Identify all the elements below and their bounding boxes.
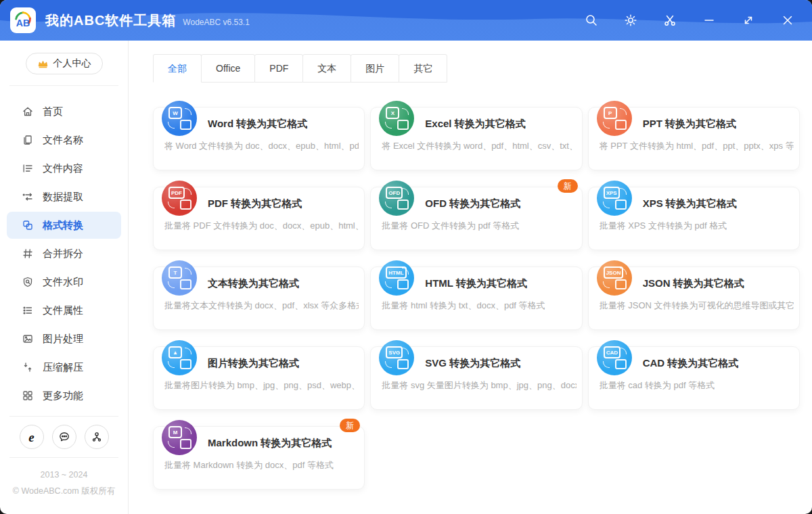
search-icon[interactable] xyxy=(585,14,598,27)
divider xyxy=(9,457,118,458)
sidebar-menu: 首页 文件名称 文件内容 数据提取 格式转换 xyxy=(0,97,128,411)
tab-image[interactable]: 图片 xyxy=(351,54,399,83)
card-title: JSON 转换为其它格式 xyxy=(643,277,744,290)
tab-text[interactable]: 文本 xyxy=(302,54,351,83)
card-description: 批量将 html 转换为 txt、docx、pdf 等格式 xyxy=(382,300,576,312)
sidebar-item-file-content[interactable]: 文件内容 xyxy=(7,155,121,182)
card-text-convert[interactable]: T 文本转换为其它格式 批量将文本文件转换为 docx、pdf、xlsx 等众多… xyxy=(153,266,365,330)
card-title: 文本转换为其它格式 xyxy=(208,277,299,290)
new-badge: 新 xyxy=(340,419,360,432)
app-window: AB 我的ABC软件工具箱 WodeABC v6.53.1 xyxy=(0,0,812,514)
sidebar-item-compress[interactable]: 压缩解压 xyxy=(7,354,121,381)
sidebar-item-label: 文件名称 xyxy=(43,134,83,147)
card-title: CAD 转换为其它格式 xyxy=(643,357,739,370)
card-cad-convert[interactable]: CAD CAD 转换为其它格式 批量将 cad 转换为 pdf 等格式 xyxy=(588,346,800,410)
card-excel-convert[interactable]: X Excel 转换为其它格式 将 Excel 文件转换为 word、pdf、h… xyxy=(370,107,582,170)
json-icon: JSON xyxy=(597,260,632,296)
card-markdown-convert[interactable]: M Markdown 转换为其它格式 批量将 Markdown 转换为 docx… xyxy=(153,426,365,490)
tab-office[interactable]: Office xyxy=(201,54,255,83)
resize-icon[interactable] xyxy=(742,14,755,27)
card-pdf-convert[interactable]: PDF PDF 转换为其它格式 批量将 PDF 文件转换为 doc、docx、e… xyxy=(153,187,365,250)
image-icon: ▲ xyxy=(162,340,197,375)
profile-center-label: 个人中心 xyxy=(53,57,91,70)
tab-other[interactable]: 其它 xyxy=(399,54,447,83)
svg-icon: SVG xyxy=(379,340,414,375)
card-title: Markdown 转换为其它格式 xyxy=(208,437,332,450)
card-description: 批量将 XPS 文件转换为 pdf 格式 xyxy=(600,220,794,232)
card-svg-convert[interactable]: SVG SVG 转换为其它格式 批量将 svg 矢量图片转换为 bmp、jpg、… xyxy=(370,346,582,410)
compress-icon xyxy=(22,361,34,373)
card-description: 将 PPT 文件转换为 html、pdf、ppt、pptx、xps 等格式 xyxy=(600,140,794,152)
tab-pdf[interactable]: PDF xyxy=(254,54,303,83)
card-html-convert[interactable]: HTML HTML 转换为其它格式 批量将 html 转换为 txt、docx、… xyxy=(370,266,582,330)
markdown-icon: M xyxy=(162,420,197,455)
copyright-years: 2013 ~ 2024 xyxy=(0,467,128,484)
scissors-icon[interactable] xyxy=(663,14,677,27)
card-ppt-convert[interactable]: P PPT 转换为其它格式 将 PPT 文件转换为 html、pdf、ppt、p… xyxy=(588,107,800,170)
card-description: 批量将 OFD 文件转换为 pdf 等格式 xyxy=(382,220,576,232)
share-icon[interactable] xyxy=(85,425,109,449)
file-name-icon xyxy=(22,134,34,146)
social-links: e xyxy=(0,422,128,452)
app-version: WodeABC v6.53.1 xyxy=(183,18,250,27)
sidebar-item-label: 文件水印 xyxy=(43,276,83,289)
minimize-icon[interactable] xyxy=(702,14,716,27)
tool-cards-grid: W Word 转换为其它格式 将 Word 文件转换为 doc、docx、epu… xyxy=(153,97,800,490)
sidebar-item-file-name[interactable]: 文件名称 xyxy=(7,126,121,154)
card-description: 批量将 svg 矢量图片转换为 bmp、jpg、png、docx xyxy=(382,379,576,392)
sidebar-item-merge-split[interactable]: 合并拆分 xyxy=(7,240,121,267)
sidebar-footer: 2013 ~ 2024 © WodeABC.com 版权所有 xyxy=(0,463,128,500)
ofd-icon: OFD xyxy=(379,181,414,216)
text-icon: T xyxy=(162,260,197,296)
browser-icon[interactable]: e xyxy=(20,425,44,449)
chat-icon[interactable] xyxy=(52,425,76,449)
copyright-text: © WodeABC.com 版权所有 xyxy=(0,484,128,500)
card-word-convert[interactable]: W Word 转换为其它格式 将 Word 文件转换为 doc、docx、epu… xyxy=(153,107,365,170)
pdf-icon: PDF xyxy=(162,181,197,216)
sidebar-item-label: 合并拆分 xyxy=(43,248,83,260)
sidebar-item-format-convert[interactable]: 格式转换 xyxy=(7,212,121,239)
divider xyxy=(9,416,118,417)
image-process-icon xyxy=(22,333,34,345)
card-ofd-convert[interactable]: OFD OFD 转换为其它格式 批量将 OFD 文件转换为 pdf 等格式 新 xyxy=(370,187,582,250)
sidebar-item-label: 图片处理 xyxy=(43,333,83,346)
profile-center-button[interactable]: 个人中心 xyxy=(26,53,103,74)
cad-icon: CAD xyxy=(597,340,632,375)
sidebar-item-file-attributes[interactable]: 文件属性 xyxy=(7,297,121,324)
format-convert-icon xyxy=(22,219,34,231)
crown-icon xyxy=(37,59,49,69)
card-image-convert[interactable]: ▲ 图片转换为其它格式 批量将图片转换为 bmp、jpg、png、psd、web… xyxy=(153,346,365,410)
card-description: 批量将 PDF 文件转换为 doc、docx、epub、html、 xyxy=(164,220,359,232)
main-content: 全部 Office PDF 文本 图片 其它 W Word 转换为其它格式 将 … xyxy=(129,41,812,514)
svg-text:AB: AB xyxy=(16,18,30,28)
watermark-icon xyxy=(22,276,34,288)
sidebar-item-image-process[interactable]: 图片处理 xyxy=(7,325,121,352)
card-title: Excel 转换为其它格式 xyxy=(425,118,525,131)
sidebar-item-more-features[interactable]: 更多功能 xyxy=(7,382,121,409)
sidebar-item-data-extract[interactable]: 数据提取 xyxy=(7,183,121,210)
file-attributes-icon xyxy=(22,304,34,317)
new-badge: 新 xyxy=(558,179,578,193)
html-icon: HTML xyxy=(379,260,414,296)
word-icon: W xyxy=(162,101,197,136)
close-icon[interactable] xyxy=(781,14,794,27)
card-description: 批量将 JSON 文件转换为可视化的思维导图或其它格式 xyxy=(600,300,794,312)
card-title: SVG 转换为其它格式 xyxy=(425,357,520,370)
sidebar-item-watermark[interactable]: 文件水印 xyxy=(7,268,121,296)
card-title: PPT 转换为其它格式 xyxy=(643,118,736,131)
card-description: 批量将 cad 转换为 pdf 等格式 xyxy=(600,379,794,392)
card-xps-convert[interactable]: XPS XPS 转换为其它格式 批量将 XPS 文件转换为 pdf 格式 xyxy=(588,187,800,250)
card-description: 批量将 Markdown 转换为 docx、pdf 等格式 xyxy=(164,459,359,471)
home-icon xyxy=(22,106,34,118)
sidebar-item-home[interactable]: 首页 xyxy=(7,98,121,125)
card-json-convert[interactable]: JSON JSON 转换为其它格式 批量将 JSON 文件转换为可视化的思维导图… xyxy=(588,266,800,330)
tab-all[interactable]: 全部 xyxy=(153,54,202,83)
card-description: 批量将文本文件转换为 docx、pdf、xlsx 等众多格式 xyxy=(164,300,359,312)
card-title: Word 转换为其它格式 xyxy=(208,118,307,131)
excel-icon: X xyxy=(379,101,414,136)
xps-icon: XPS xyxy=(597,181,632,216)
settings-gear-icon[interactable] xyxy=(624,14,637,27)
sidebar-item-label: 首页 xyxy=(43,106,63,118)
file-content-icon xyxy=(22,162,34,174)
sidebar-item-label: 压缩解压 xyxy=(43,361,83,374)
